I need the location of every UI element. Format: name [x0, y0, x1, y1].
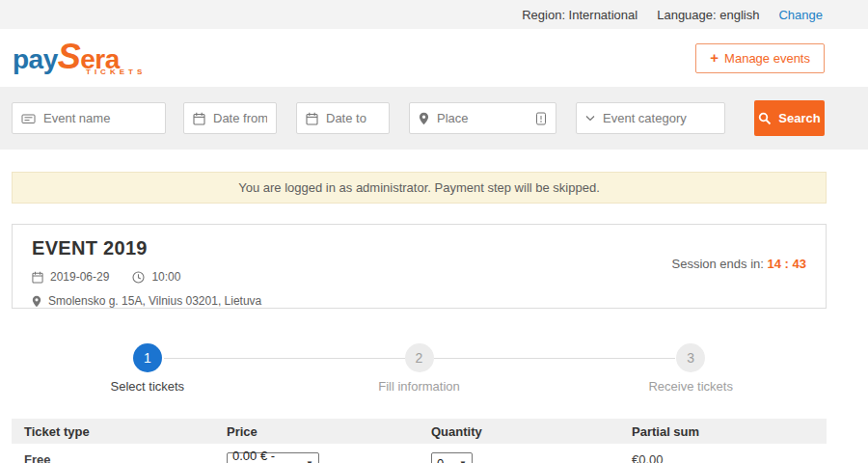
select-arrow-icon: ▼ [459, 459, 467, 463]
col-quantity: Quantity [431, 424, 632, 439]
place-field[interactable] [409, 102, 556, 134]
locate-icon[interactable] [535, 112, 547, 125]
step-label: Receive tickets [648, 379, 732, 394]
event-card: EVENT 2019 2019-06-29 10:00 Smolensko g.… [12, 224, 827, 309]
clock-icon [132, 271, 145, 284]
event-datetime-row: 2019-06-29 10:00 [32, 270, 806, 284]
partial-sum-value: €0.00 [632, 452, 827, 463]
col-ticket-type: Ticket type [24, 424, 227, 439]
calendar-icon [193, 112, 205, 125]
location-pin-icon [32, 295, 41, 308]
paysera-tickets-logo[interactable]: paySera TICKETS [13, 37, 176, 79]
step-number-badge: 2 [405, 343, 434, 372]
event-name-input[interactable] [43, 111, 156, 125]
event-date: 2019-06-29 [50, 270, 109, 284]
date-to-input[interactable] [326, 111, 380, 125]
search-bar: Event category Search [0, 87, 868, 150]
event-time: 10:00 [151, 270, 180, 284]
top-bar: Region: International Language: english … [0, 0, 868, 29]
session-label: Session ends in: [671, 257, 763, 271]
step-label: Fill information [378, 379, 460, 394]
search-icon [758, 112, 772, 125]
step-label: Select tickets [111, 379, 185, 394]
calendar-icon [32, 271, 43, 284]
logo-pay: pay [13, 44, 58, 74]
step-connector [434, 358, 675, 359]
select-arrow-icon: ▼ [306, 459, 313, 463]
event-name-field[interactable] [12, 102, 166, 134]
plus-icon: + [710, 53, 719, 63]
change-link[interactable]: Change [778, 8, 823, 22]
session-time: 14 : 43 [768, 257, 806, 271]
tickets-table: Ticket type Price Quantity Partial sum F… [12, 419, 827, 463]
region-label: Region: International [522, 8, 637, 22]
language-label: Language: english [657, 8, 759, 22]
header: paySera TICKETS + Manage events [0, 29, 868, 87]
col-price: Price [227, 424, 431, 439]
manage-events-label: Manage events [724, 51, 810, 66]
step-receive-tickets[interactable]: 3 Receive tickets [555, 343, 827, 394]
location-pin-icon [419, 112, 429, 125]
session-timer: Session ends in: 14 : 43 [671, 257, 806, 271]
price-select[interactable]: 0.00 € - Free ▼ [227, 452, 319, 463]
date-from-field[interactable] [183, 102, 277, 134]
table-row: Free 0.00 € - Free ▼ 0 ▼ €0.00 [12, 444, 827, 463]
chevron-down-icon [585, 115, 595, 122]
calendar-icon [306, 112, 318, 125]
checkout-steps: 1 Select tickets 2 Fill information 3 Re… [12, 343, 827, 394]
admin-notice-text: You are logged in as administrator. Paym… [238, 180, 600, 195]
date-to-field[interactable] [296, 102, 390, 134]
step-number-badge: 3 [676, 343, 705, 372]
event-category-select[interactable]: Event category [576, 102, 725, 134]
logo-tickets: TICKETS [86, 68, 146, 76]
date-from-input[interactable] [213, 111, 267, 125]
step-number-badge: 1 [133, 343, 162, 372]
col-partial-sum: Partial sum [632, 424, 827, 439]
event-category-label: Event category [603, 111, 687, 125]
step-fill-information[interactable]: 2 Fill information [284, 343, 556, 394]
tickets-table-header: Ticket type Price Quantity Partial sum [12, 419, 827, 444]
admin-notice: You are logged in as administrator. Paym… [12, 172, 827, 204]
price-selected-value: 0.00 € - Free [232, 449, 300, 463]
step-connector [164, 358, 405, 359]
ticket-icon [21, 112, 36, 125]
event-location-row: Smolensko g. 15A, Vilnius 03201, Lietuva [32, 294, 806, 308]
event-location: Smolensko g. 15A, Vilnius 03201, Lietuva [48, 294, 261, 308]
quantity-select[interactable]: 0 ▼ [431, 452, 473, 463]
ticket-type-value: Free [24, 452, 227, 463]
step-select-tickets[interactable]: 1 Select tickets [12, 343, 284, 394]
manage-events-button[interactable]: + Manage events [695, 43, 825, 73]
search-button[interactable]: Search [754, 100, 825, 136]
place-input[interactable] [437, 111, 528, 125]
quantity-selected-value: 0 [437, 456, 444, 463]
search-button-label: Search [778, 111, 820, 125]
